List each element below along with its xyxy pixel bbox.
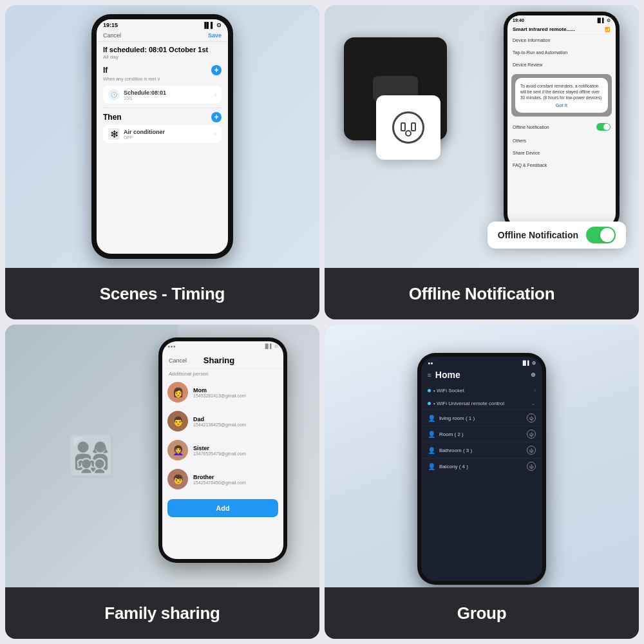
room-bathroom[interactable]: 👤 Bathroom ( 3 ) ⏻ [421, 442, 542, 458]
chevron-right: › [534, 387, 536, 393]
sister-name: Sister [193, 445, 278, 451]
cell-offline-notification: 19:40 ▐▌▌ ⊙ Smart infrared remote...... … [325, 5, 639, 319]
scenes-timing-label: Scenes - Timing [5, 268, 319, 319]
time-display: 19:15 [103, 22, 118, 28]
person-icon-balcony: 👤 [428, 463, 435, 470]
plug-hole-right [411, 122, 416, 131]
offline-notification-label: Offline Notification [325, 268, 639, 319]
avatar-brother: 👦 [167, 469, 188, 489]
offline-notification-image: 19:40 ▐▌▌ ⊙ Smart infrared remote...... … [325, 5, 639, 268]
menu-faq[interactable]: FAQ & Feedback [507, 160, 616, 171]
additional-label: Additional person [162, 368, 283, 378]
status-bar: 19:15 ▐▌▌ ⊙ [97, 19, 228, 30]
chevron-icon: › [214, 91, 216, 98]
power-icon-balcony[interactable]: ⏻ [527, 462, 536, 471]
sharing-cancel-btn[interactable]: Cancel [169, 357, 187, 364]
group-status-bar: ●● ▐▌▌ ⊙ [421, 357, 542, 367]
ac-main: Air conditioner [124, 129, 211, 135]
add-then-button[interactable]: + [211, 112, 222, 122]
ac-icon: ❄ [108, 128, 120, 140]
phone-frame-scenes: 19:15 ▐▌▌ ⊙ Cancel Save If scheduled: 08… [91, 14, 233, 259]
wifi-socket-label: • WiFi Socket [433, 388, 464, 393]
modal-overlay: To avoid constant reminders, a notificat… [511, 74, 612, 117]
person-icon-bathroom: 👤 [428, 447, 435, 454]
save-button[interactable]: Save [208, 32, 222, 39]
power-icon-bathroom[interactable]: ⏻ [527, 446, 536, 455]
family-icon: 👨‍👩‍👧‍👦 [68, 433, 116, 479]
room-room[interactable]: 👤 Room ( 2 ) ⏻ [421, 426, 542, 442]
person-mom: 👩 Mom 15453282413@gmail.com [167, 378, 278, 407]
brother-email: 15425476450@gmail.com [193, 480, 278, 485]
device-header: Smart infrared remote...... 📶 [507, 24, 616, 35]
wifi-remote-item[interactable]: • WiFi Universal remote control ⌄ [421, 397, 542, 410]
menu-device-info[interactable]: Device Information [507, 35, 616, 46]
person-sister: 👩‍🦱 Sister 15476535479@gmail.com [167, 436, 278, 465]
clock-icon: 🕐 [108, 89, 120, 100]
brother-name: Brother [193, 474, 278, 480]
hamburger-icon[interactable]: ≡ [428, 372, 431, 379]
schedule-date: 10/1 [124, 96, 211, 100]
avatar-dad: 👨 [167, 411, 188, 431]
device-menu: Device Information Tap-to-Run and Automa… [507, 35, 616, 227]
offline-toggle[interactable] [596, 123, 611, 131]
sister-email: 15476535479@gmail.com [193, 451, 278, 456]
menu-tap-run[interactable]: Tap-to-Run and Automation [507, 47, 616, 59]
room-living[interactable]: 👤 living room ( 1 ) ⏻ [421, 410, 542, 426]
ac-state: OFF [124, 135, 211, 140]
then-label: Then [103, 113, 122, 122]
balcony-label: Balcony ( 4 ) [439, 464, 468, 469]
bathroom-label: Bathroom ( 3 ) [439, 448, 472, 453]
if-sub: When any condition is met ∨ [103, 77, 222, 82]
badge-toggle[interactable] [586, 227, 616, 243]
device-name: Smart infrared remote...... [513, 26, 575, 32]
plug-hole-left [401, 122, 406, 131]
mom-email: 15453282413@gmail.com [193, 393, 278, 398]
home-label: Home [435, 370, 460, 380]
badge-label: Offline Notification [498, 230, 578, 240]
sharing-phone-frame: ●●● ▐▌▌ ⊙ Cancel Sharing Additional pers… [158, 337, 287, 563]
cell-group: ●● ▐▌▌ ⊙ ≡ Home ⊕ • WiFi Socket [325, 325, 639, 639]
time2: 19:40 [513, 18, 524, 23]
avatar-sister: 👩‍🦱 [167, 440, 188, 460]
offline-toggle-label: Offline Notification [513, 125, 549, 129]
person-brother: 👦 Brother 15425476450@gmail.com [167, 465, 278, 494]
family-photo-bg: 👨‍👩‍👧‍👦 [5, 325, 178, 587]
sharing-status-bar: ●●● ▐▌▌ ⊙ [162, 341, 283, 350]
dot-icon-2 [428, 402, 431, 405]
schedule-main: Schedule:08:01 [124, 90, 211, 96]
plus-icon[interactable]: ⊕ [531, 372, 536, 378]
schedule-sub: All day [103, 54, 222, 60]
power-icon-living[interactable]: ⏻ [527, 413, 536, 422]
power-icon-room[interactable]: ⏻ [527, 430, 536, 439]
room-label: Room ( 2 ) [439, 431, 464, 437]
dot-icon [428, 389, 431, 392]
dad-email: 15442138425@gmail.com [193, 422, 278, 427]
ac-item[interactable]: ❄ Air conditioner OFF › [103, 125, 222, 143]
schedule-item[interactable]: 🕐 Schedule:08:01 10/1 › [103, 86, 222, 104]
menu-device-review[interactable]: Device Review [507, 59, 616, 71]
modal-box: To avoid constant reminders, a notificat… [515, 78, 608, 113]
cell-family-sharing: 👨‍👩‍👧‍👦 ●●● ▐▌▌ ⊙ Cancel Sharing Additio… [5, 325, 319, 639]
persons-list: 👩 Mom 15453282413@gmail.com 👨 [162, 378, 283, 559]
group-label: Group [325, 587, 639, 639]
person-icon-living: 👤 [428, 415, 435, 422]
menu-share-device[interactable]: Share Device [507, 147, 616, 159]
signal2: ▐▌▌ ⊙ [596, 18, 611, 23]
chevron-icon-2: › [214, 131, 216, 137]
cancel-button[interactable]: Cancel [103, 32, 121, 39]
main-grid: 19:15 ▐▌▌ ⊙ Cancel Save If scheduled: 08… [0, 0, 644, 644]
phone-frame-offline: 19:40 ▐▌▌ ⊙ Smart infrared remote...... … [504, 12, 620, 231]
group-phone-frame: ●● ▐▌▌ ⊙ ≡ Home ⊕ • WiFi Socket [417, 353, 546, 585]
plug-device [376, 95, 440, 160]
add-person-button[interactable]: Add [167, 499, 278, 517]
add-if-button[interactable]: + [211, 65, 222, 75]
wifi-socket-item[interactable]: • WiFi Socket › [421, 384, 542, 397]
wifi-icon: 📶 [605, 27, 611, 32]
plug-body [392, 111, 424, 144]
avatar-mom: 👩 [167, 382, 188, 402]
cell-scenes-timing: 19:15 ▐▌▌ ⊙ Cancel Save If scheduled: 08… [5, 5, 319, 319]
got-it-button[interactable]: Got It [520, 103, 603, 108]
family-sharing-image: 👨‍👩‍👧‍👦 ●●● ▐▌▌ ⊙ Cancel Sharing Additio… [5, 325, 319, 587]
room-balcony[interactable]: 👤 Balcony ( 4 ) ⏻ [421, 458, 542, 474]
group-image: ●● ▐▌▌ ⊙ ≡ Home ⊕ • WiFi Socket [325, 325, 639, 587]
